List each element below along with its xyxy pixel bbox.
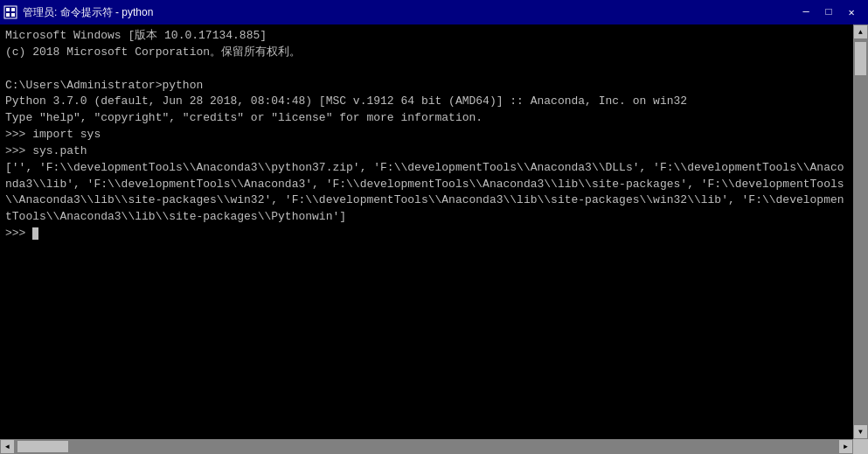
- horizontal-scrollbar[interactable]: ◄ ►: [0, 439, 853, 454]
- scroll-thumb-v[interactable]: [854, 41, 867, 76]
- vertical-scrollbar[interactable]: ▲ ▼: [853, 24, 868, 439]
- title-bar: 管理员: 命令提示符 - python ─ □ ✕: [0, 0, 868, 24]
- scroll-down-button[interactable]: ▼: [853, 424, 868, 439]
- maximize-button[interactable]: □: [817, 3, 840, 21]
- svg-rect-3: [6, 13, 10, 17]
- svg-rect-1: [6, 8, 10, 11]
- title-bar-controls: ─ □ ✕: [795, 3, 863, 21]
- title-bar-left: 管理员: 命令提示符 - python: [3, 5, 153, 20]
- scroll-track-v[interactable]: [853, 39, 868, 424]
- svg-rect-2: [11, 8, 15, 11]
- scroll-right-button[interactable]: ►: [838, 439, 853, 454]
- console-wrapper: Microsoft Windows [版本 10.0.17134.885] (c…: [0, 24, 868, 439]
- scroll-left-button[interactable]: ◄: [0, 439, 15, 454]
- window-title: 管理员: 命令提示符 - python: [23, 5, 153, 20]
- console-output[interactable]: Microsoft Windows [版本 10.0.17134.885] (c…: [0, 24, 853, 439]
- scroll-track-h[interactable]: [15, 439, 838, 454]
- bottom-scrollbar-area: ◄ ►: [0, 439, 868, 454]
- scroll-up-button[interactable]: ▲: [853, 24, 868, 39]
- cursor: [32, 227, 38, 240]
- close-button[interactable]: ✕: [840, 3, 863, 21]
- scrollbar-corner: [853, 439, 868, 454]
- svg-rect-4: [11, 13, 15, 17]
- scroll-thumb-h[interactable]: [17, 440, 69, 453]
- window-icon: [3, 5, 17, 19]
- minimize-button[interactable]: ─: [795, 3, 817, 21]
